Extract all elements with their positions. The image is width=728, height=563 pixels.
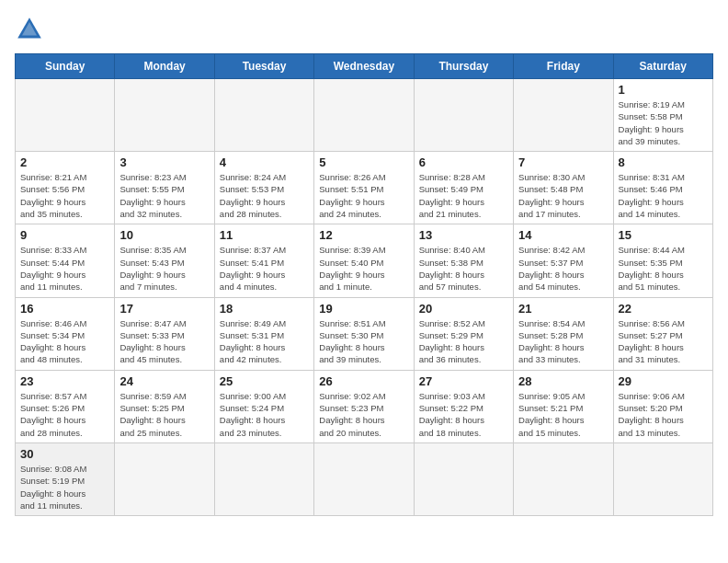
logo-icon: [15, 15, 44, 44]
day-number: 26: [319, 374, 408, 388]
calendar-cell: 12Sunrise: 8:39 AMSunset: 5:40 PMDayligh…: [314, 224, 414, 297]
day-number: 11: [220, 228, 309, 242]
day-number: 9: [20, 228, 109, 242]
calendar-row: 1Sunrise: 8:19 AMSunset: 5:58 PMDaylight…: [16, 79, 713, 152]
day-number: 21: [518, 302, 608, 316]
calendar-cell: 3Sunrise: 8:23 AMSunset: 5:55 PMDaylight…: [115, 152, 214, 224]
day-info: Sunrise: 9:06 AMSunset: 5:20 PMDaylight:…: [619, 390, 708, 439]
weekday-header: Saturday: [613, 54, 712, 79]
calendar-cell: [214, 442, 313, 515]
calendar-cell: 19Sunrise: 8:51 AMSunset: 5:30 PMDayligh…: [314, 297, 414, 370]
calendar-cell: 14Sunrise: 8:42 AMSunset: 5:37 PMDayligh…: [514, 224, 613, 297]
day-number: 29: [619, 374, 708, 388]
day-number: 5: [319, 155, 408, 169]
calendar-cell: 29Sunrise: 9:06 AMSunset: 5:20 PMDayligh…: [613, 370, 712, 442]
day-info: Sunrise: 8:30 AMSunset: 5:48 PMDaylight:…: [518, 171, 608, 220]
day-info: Sunrise: 9:08 AMSunset: 5:19 PMDaylight:…: [20, 463, 109, 511]
day-info: Sunrise: 8:40 AMSunset: 5:38 PMDaylight:…: [419, 244, 508, 293]
weekday-header: Tuesday: [214, 54, 313, 79]
calendar-cell: [214, 79, 313, 152]
calendar-cell: [314, 442, 414, 515]
day-info: Sunrise: 8:26 AMSunset: 5:51 PMDaylight:…: [319, 171, 408, 220]
calendar-cell: 2Sunrise: 8:21 AMSunset: 5:56 PMDaylight…: [16, 152, 115, 224]
day-number: 15: [619, 228, 708, 242]
day-info: Sunrise: 8:52 AMSunset: 5:29 PMDaylight:…: [419, 317, 508, 366]
day-info: Sunrise: 8:37 AMSunset: 5:41 PMDaylight:…: [220, 244, 309, 293]
day-number: 17: [119, 302, 209, 316]
day-number: 24: [119, 374, 209, 388]
calendar-row: 9Sunrise: 8:33 AMSunset: 5:44 PMDaylight…: [16, 224, 713, 297]
calendar-cell: [115, 442, 214, 515]
calendar-cell: 13Sunrise: 8:40 AMSunset: 5:38 PMDayligh…: [414, 224, 513, 297]
day-number: 13: [419, 228, 508, 242]
day-info: Sunrise: 8:28 AMSunset: 5:49 PMDaylight:…: [419, 171, 508, 220]
day-number: 7: [518, 155, 608, 169]
calendar-cell: 21Sunrise: 8:54 AMSunset: 5:28 PMDayligh…: [514, 297, 613, 370]
day-info: Sunrise: 8:31 AMSunset: 5:46 PMDaylight:…: [619, 171, 708, 220]
calendar-cell: [613, 442, 712, 515]
calendar-cell: 27Sunrise: 9:03 AMSunset: 5:22 PMDayligh…: [414, 370, 513, 442]
day-info: Sunrise: 9:00 AMSunset: 5:24 PMDaylight:…: [220, 390, 309, 439]
calendar-cell: 6Sunrise: 8:28 AMSunset: 5:49 PMDaylight…: [414, 152, 513, 224]
calendar-cell: 23Sunrise: 8:57 AMSunset: 5:26 PMDayligh…: [16, 370, 115, 442]
calendar-cell: [414, 79, 513, 152]
day-number: 16: [20, 302, 109, 316]
calendar-cell: 1Sunrise: 8:19 AMSunset: 5:58 PMDaylight…: [613, 79, 712, 152]
day-info: Sunrise: 8:46 AMSunset: 5:34 PMDaylight:…: [20, 317, 109, 366]
calendar-cell: 24Sunrise: 8:59 AMSunset: 5:25 PMDayligh…: [115, 370, 214, 442]
calendar-cell: [414, 442, 513, 515]
calendar-cell: 18Sunrise: 8:49 AMSunset: 5:31 PMDayligh…: [214, 297, 313, 370]
calendar-row: 16Sunrise: 8:46 AMSunset: 5:34 PMDayligh…: [16, 297, 713, 370]
day-info: Sunrise: 8:42 AMSunset: 5:37 PMDaylight:…: [518, 244, 608, 293]
day-info: Sunrise: 8:44 AMSunset: 5:35 PMDaylight:…: [619, 244, 708, 293]
calendar-cell: 5Sunrise: 8:26 AMSunset: 5:51 PMDaylight…: [314, 152, 414, 224]
day-info: Sunrise: 8:33 AMSunset: 5:44 PMDaylight:…: [20, 244, 109, 293]
calendar-cell: [514, 442, 613, 515]
calendar-cell: 28Sunrise: 9:05 AMSunset: 5:21 PMDayligh…: [514, 370, 613, 442]
day-info: Sunrise: 8:23 AMSunset: 5:55 PMDaylight:…: [119, 171, 209, 220]
day-info: Sunrise: 8:47 AMSunset: 5:33 PMDaylight:…: [119, 317, 209, 366]
calendar-cell: 9Sunrise: 8:33 AMSunset: 5:44 PMDaylight…: [16, 224, 115, 297]
page-header: [15, 15, 713, 44]
day-info: Sunrise: 8:51 AMSunset: 5:30 PMDaylight:…: [319, 317, 408, 366]
logo: [15, 15, 48, 44]
day-info: Sunrise: 8:35 AMSunset: 5:43 PMDaylight:…: [119, 244, 209, 293]
day-number: 27: [419, 374, 508, 388]
day-number: 6: [419, 155, 508, 169]
day-info: Sunrise: 9:05 AMSunset: 5:21 PMDaylight:…: [518, 390, 608, 439]
day-number: 2: [20, 155, 109, 169]
calendar-cell: 30Sunrise: 9:08 AMSunset: 5:19 PMDayligh…: [16, 442, 115, 515]
day-info: Sunrise: 8:19 AMSunset: 5:58 PMDaylight:…: [619, 98, 708, 147]
weekday-header: Friday: [514, 54, 613, 79]
day-number: 28: [518, 374, 608, 388]
day-info: Sunrise: 8:21 AMSunset: 5:56 PMDaylight:…: [20, 171, 109, 220]
calendar-cell: 15Sunrise: 8:44 AMSunset: 5:35 PMDayligh…: [613, 224, 712, 297]
day-number: 25: [220, 374, 309, 388]
day-info: Sunrise: 8:24 AMSunset: 5:53 PMDaylight:…: [220, 171, 309, 220]
calendar-cell: [314, 79, 414, 152]
day-info: Sunrise: 8:54 AMSunset: 5:28 PMDaylight:…: [518, 317, 608, 366]
calendar-cell: [514, 79, 613, 152]
day-number: 3: [119, 155, 209, 169]
calendar-cell: 11Sunrise: 8:37 AMSunset: 5:41 PMDayligh…: [214, 224, 313, 297]
day-number: 18: [220, 302, 309, 316]
calendar-cell: 8Sunrise: 8:31 AMSunset: 5:46 PMDaylight…: [613, 152, 712, 224]
calendar-cell: 26Sunrise: 9:02 AMSunset: 5:23 PMDayligh…: [314, 370, 414, 442]
day-info: Sunrise: 8:57 AMSunset: 5:26 PMDaylight:…: [20, 390, 109, 439]
day-info: Sunrise: 9:03 AMSunset: 5:22 PMDaylight:…: [419, 390, 508, 439]
calendar-row: 30Sunrise: 9:08 AMSunset: 5:19 PMDayligh…: [16, 442, 713, 515]
day-number: 20: [419, 302, 508, 316]
day-number: 19: [319, 302, 408, 316]
calendar-cell: 25Sunrise: 9:00 AMSunset: 5:24 PMDayligh…: [214, 370, 313, 442]
day-number: 8: [619, 155, 708, 169]
weekday-header: Wednesday: [314, 54, 414, 79]
calendar-header-row: SundayMondayTuesdayWednesdayThursdayFrid…: [16, 54, 713, 79]
day-number: 14: [518, 228, 608, 242]
day-number: 10: [119, 228, 209, 242]
day-info: Sunrise: 9:02 AMSunset: 5:23 PMDaylight:…: [319, 390, 408, 439]
day-number: 30: [20, 447, 109, 461]
day-number: 1: [619, 83, 708, 97]
calendar-cell: 20Sunrise: 8:52 AMSunset: 5:29 PMDayligh…: [414, 297, 513, 370]
calendar-row: 2Sunrise: 8:21 AMSunset: 5:56 PMDaylight…: [16, 152, 713, 224]
calendar-cell: 16Sunrise: 8:46 AMSunset: 5:34 PMDayligh…: [16, 297, 115, 370]
